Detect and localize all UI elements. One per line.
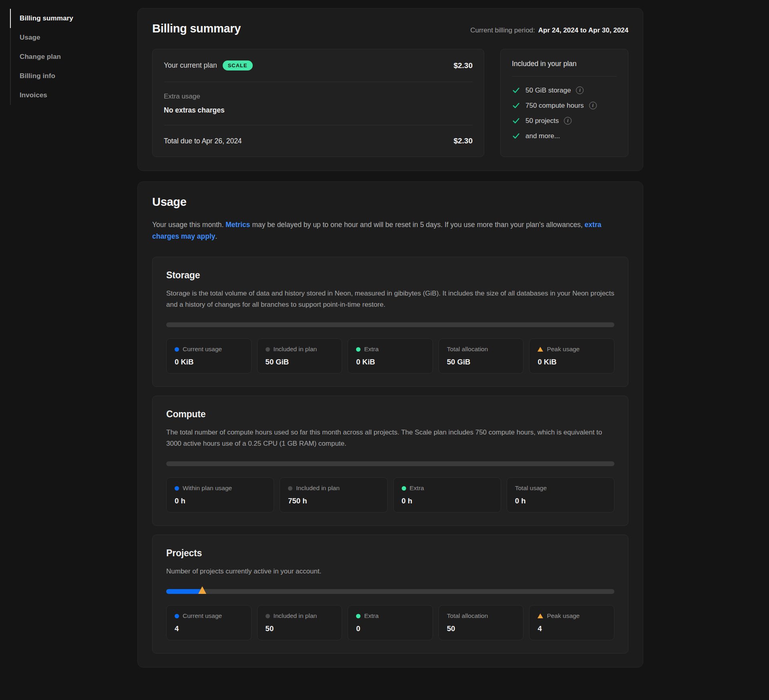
sidebar-item-change-plan[interactable]: Change plan <box>10 47 137 66</box>
storage-panel: Storage Storage is the total volume of d… <box>152 257 628 387</box>
billing-summary-body: Your current plan SCALE $2.30 Extra usag… <box>152 49 628 157</box>
included-in-plan-panel: Included in your plan 50 GiB storage i 7… <box>500 49 628 157</box>
usage-intro-text: . <box>215 232 217 240</box>
projects-stats: Current usage 4 Included in plan 50 Extr… <box>166 605 614 640</box>
green-dot-indicator <box>356 614 360 618</box>
stat-value: 4 <box>537 624 606 633</box>
stat-value: 4 <box>175 624 243 633</box>
stat-card-current-usage: Current usage 4 <box>166 605 252 640</box>
page-title: Billing summary <box>152 22 241 35</box>
usage-intro-text: Your usage this month. <box>152 221 225 229</box>
blue-dot-indicator <box>175 486 179 491</box>
green-dot-indicator <box>402 486 406 491</box>
storage-description: Storage is the total volume of data and … <box>166 288 614 310</box>
stat-label: Extra <box>364 612 378 620</box>
stat-label: Current usage <box>183 612 222 620</box>
sidebar-item-usage[interactable]: Usage <box>10 28 137 47</box>
included-item-label: and more... <box>525 132 560 140</box>
stat-card-total-usage: Total usage 0 h <box>507 477 614 513</box>
storage-stats: Current usage 0 KiB Included in plan 50 … <box>166 338 614 374</box>
total-due-amount: $2.30 <box>453 137 473 145</box>
projects-progress-bar <box>166 589 614 594</box>
stat-card-total-allocation: Total allocation 50 GiB <box>439 338 524 374</box>
stat-value: 0 h <box>175 497 266 505</box>
included-item-label: 50 GiB storage <box>525 86 571 95</box>
billing-period-value: Apr 24, 2024 to Apr 30, 2024 <box>538 26 628 34</box>
projects-progress-fill <box>166 589 202 594</box>
stat-card-included-in-plan: Included in plan 50 GiB <box>257 338 342 374</box>
stat-label: Included in plan <box>274 346 317 353</box>
stat-value: 50 GiB <box>447 358 515 366</box>
stat-value: 50 GiB <box>266 358 334 366</box>
usage-card: Usage Your usage this month. Metrics may… <box>137 181 643 668</box>
stat-label: Peak usage <box>547 612 580 620</box>
total-due-label: Total due to Apr 26, 2024 <box>164 137 242 145</box>
stat-card-extra: Extra 0 <box>348 605 433 640</box>
stat-value: 0 KiB <box>175 358 243 366</box>
billing-sidebar: Billing summary Usage Change plan Billin… <box>10 8 137 668</box>
stat-card-included-in-plan: Included in plan 750 h <box>280 477 387 513</box>
included-list: 50 GiB storage i 750 compute hours i 50 … <box>512 86 617 140</box>
stat-label: Peak usage <box>547 346 580 353</box>
info-icon[interactable]: i <box>589 102 597 109</box>
included-item-storage: 50 GiB storage i <box>512 86 617 95</box>
current-plan-panel: Your current plan SCALE $2.30 Extra usag… <box>152 49 484 157</box>
peak-triangle-icon <box>537 347 543 352</box>
extra-usage-label: Extra usage <box>164 93 473 101</box>
extra-usage-block: Extra usage No extras charges <box>164 82 473 125</box>
usage-intro: Your usage this month. Metrics may be de… <box>152 219 617 242</box>
projects-panel: Projects Number of projects currently ac… <box>152 535 628 654</box>
total-due-row: Total due to Apr 26, 2024 $2.30 <box>164 125 473 157</box>
peak-triangle-icon <box>537 614 543 618</box>
billing-period: Current billing period:Apr 24, 2024 to A… <box>470 26 628 34</box>
info-icon[interactable]: i <box>564 117 572 125</box>
compute-progress-bar <box>166 461 614 466</box>
billing-page: Billing summary Usage Change plan Billin… <box>0 0 769 668</box>
projects-title: Projects <box>166 548 614 559</box>
check-icon <box>512 132 520 140</box>
stat-label: Within plan usage <box>183 485 232 492</box>
blue-dot-indicator <box>175 614 179 618</box>
included-item-projects: 50 projects i <box>512 117 617 125</box>
blue-dot-indicator <box>175 347 179 352</box>
stat-value: 50 <box>266 624 334 633</box>
gray-dot-indicator <box>288 486 292 491</box>
metrics-link[interactable]: Metrics <box>225 221 250 229</box>
included-item-label: 750 compute hours <box>525 102 584 110</box>
stat-card-included-in-plan: Included in plan 50 <box>257 605 342 640</box>
included-item-more: and more... <box>512 132 617 140</box>
billing-nav: Billing summary Usage Change plan Billin… <box>10 9 137 105</box>
stat-value: 0 <box>356 624 425 633</box>
sidebar-item-billing-info[interactable]: Billing info <box>10 66 137 86</box>
check-icon <box>512 117 520 125</box>
main-content: Billing summary Current billing period:A… <box>137 8 643 668</box>
peak-usage-marker-icon <box>198 586 206 594</box>
billing-period-label: Current billing period: <box>470 26 535 34</box>
stat-label: Total allocation <box>447 346 488 353</box>
green-dot-indicator <box>356 347 360 352</box>
usage-sections: Storage Storage is the total volume of d… <box>152 257 628 654</box>
gray-dot-indicator <box>266 614 270 618</box>
check-icon <box>512 86 520 95</box>
compute-stats: Within plan usage 0 h Included in plan 7… <box>166 477 614 513</box>
billing-summary-card: Billing summary Current billing period:A… <box>137 8 643 171</box>
usage-intro-text: may be delayed by up to one hour and wil… <box>250 221 585 229</box>
stat-card-peak-usage: Peak usage 4 <box>529 605 614 640</box>
current-plan-label-group: Your current plan SCALE <box>164 60 253 70</box>
included-item-label: 50 projects <box>525 117 559 125</box>
sidebar-item-billing-summary[interactable]: Billing summary <box>10 9 137 28</box>
projects-description: Number of projects currently active in y… <box>166 566 614 577</box>
stat-card-extra: Extra 0 KiB <box>348 338 433 374</box>
included-title: Included in your plan <box>512 60 617 76</box>
plan-badge: SCALE <box>223 60 253 70</box>
current-plan-row: Your current plan SCALE $2.30 <box>164 49 473 82</box>
current-plan-label: Your current plan <box>164 61 217 70</box>
info-icon[interactable]: i <box>576 86 584 94</box>
stat-label: Extra <box>410 485 424 492</box>
stat-value: 750 h <box>288 497 379 505</box>
gray-dot-indicator <box>266 347 270 352</box>
included-item-compute: 750 compute hours i <box>512 101 617 110</box>
storage-title: Storage <box>166 270 614 281</box>
stat-card-peak-usage: Peak usage 0 KiB <box>529 338 614 374</box>
sidebar-item-invoices[interactable]: Invoices <box>10 86 137 105</box>
